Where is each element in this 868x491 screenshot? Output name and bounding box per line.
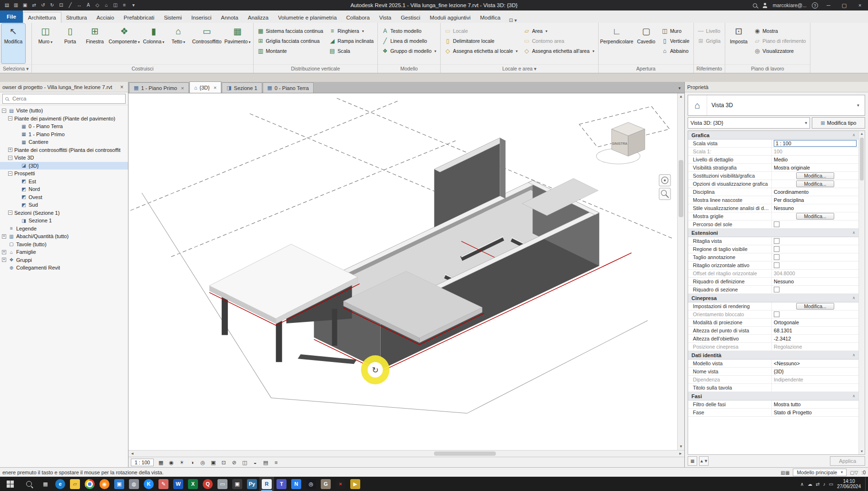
vertical-scrollbar[interactable]: ▲ ▼ — [677, 93, 684, 450]
ribbon-tab-inserisci[interactable]: Inserisci — [187, 12, 216, 23]
shadows-button[interactable]: ◑ — [187, 458, 197, 467]
tree-item-cantiere[interactable]: ▦Cantiere — [0, 138, 128, 146]
vertical-scroll-thumb[interactable] — [679, 160, 683, 217]
visual-style-button[interactable]: ◉ — [167, 458, 176, 467]
prop-section-fasi[interactable]: Fasi∧ — [688, 392, 858, 401]
checkbox-percorso-del-sole[interactable] — [774, 221, 779, 227]
prop-value[interactable]: Ortogonale — [772, 319, 858, 326]
close-button[interactable]: × — [855, 2, 865, 8]
ribbon-button-ringhiera[interactable]: ≡Ringhiera▾ — [326, 26, 376, 36]
checkbox-ritaglia-vista[interactable] — [774, 238, 779, 244]
button-opzioni-di-visualizzazione-grafica[interactable]: Modifica... — [796, 180, 835, 187]
ribbon-button-imposta[interactable]: ⊡Imposta — [727, 24, 750, 63]
taskbar-teams[interactable]: T — [274, 477, 289, 491]
ribbon-tab-extra-icon-0[interactable]: ⊡ — [509, 18, 513, 23]
ribbon-button-colonna[interactable]: ▮Colonna▾ — [142, 24, 166, 63]
qat-qat-customize-icon[interactable]: ▾ — [129, 1, 138, 9]
taskbar-word[interactable]: W — [171, 477, 186, 491]
collapse-toggle-icon[interactable]: − — [2, 109, 6, 113]
tree-item-viste-3d[interactable]: −Viste 3D — [0, 154, 128, 162]
qat-print-icon[interactable]: ⊡ — [57, 1, 65, 9]
taskbar-photos[interactable]: ▣ — [112, 477, 127, 491]
prop-value[interactable]: 100 — [772, 148, 858, 155]
prop-section-estensioni[interactable]: Estensioni∧ — [688, 229, 858, 237]
scroll-left-icon[interactable]: ◄ — [130, 451, 134, 456]
scroll-down-icon[interactable]: ▼ — [678, 443, 684, 450]
panel-label-costruisci[interactable]: Costruisci — [32, 64, 253, 73]
view-filter-combobox[interactable]: Vista 3D: {3D} ▾ — [688, 117, 810, 129]
ribbon-tab-vista[interactable]: Vista — [375, 12, 396, 23]
clock[interactable]: 14:10 27/06/2024 — [837, 479, 861, 490]
tray-volume-icon[interactable]: ♪ — [823, 481, 825, 487]
scroll-right-icon[interactable]: ► — [679, 451, 682, 456]
taskbar-display-app[interactable]: ▭ — [215, 477, 230, 491]
ribbon-tab-collabora[interactable]: Collabora — [342, 12, 375, 23]
taskbar-task-view[interactable]: ▦ — [38, 477, 53, 491]
taskbar-excel[interactable]: X — [186, 477, 200, 491]
ribbon-button-muro[interactable]: ◫Muro▾ — [33, 24, 57, 63]
account-label[interactable]: marcokiare@... — [773, 2, 807, 8]
collapse-section-icon[interactable]: ∧ — [852, 394, 855, 398]
show-desktop-button[interactable] — [865, 477, 868, 491]
prop-section-dati-identit[interactable]: Dati identità∧ — [688, 351, 858, 360]
prop-value[interactable]: Indipendente — [772, 376, 858, 383]
taskbar-x-app[interactable]: × — [333, 477, 348, 491]
ribbon-tab-struttura[interactable]: Struttura — [61, 12, 92, 23]
ribbon-tab-moduli-aggiuntivi[interactable]: Moduli aggiuntivi — [425, 12, 475, 23]
qat-open-icon[interactable]: ▥ — [12, 1, 20, 9]
input-scala-vista[interactable]: 1 : 100 — [774, 140, 857, 147]
tree-item-piante-dei-controsoffitti-pianta-dei-controsoffit[interactable]: +Piante dei controsoffitti (Pianta dei c… — [0, 146, 128, 154]
tree-item-legende[interactable]: ≡Legende — [0, 225, 128, 233]
collapse-section-icon[interactable]: ∧ — [852, 230, 855, 235]
properties-scrollbar[interactable]: ▲▼ — [858, 131, 865, 454]
taskbar-search-button[interactable] — [20, 477, 38, 491]
ribbon-button-tetto[interactable]: ⌂Tetto▾ — [167, 24, 190, 63]
checkbox-orientamento-bloccato[interactable] — [774, 311, 779, 317]
show-crop-region-button[interactable]: ⊡ — [219, 458, 228, 467]
panel-label-locale-e-area[interactable]: Locale e area ▾ — [441, 64, 598, 73]
tree-item-prospetti[interactable]: −Prospetti — [0, 170, 128, 178]
taskbar-notepad[interactable]: N — [289, 477, 304, 491]
unlocked-view-button[interactable]: ⊘ — [229, 458, 239, 467]
taskbar-k-app[interactable]: K — [141, 477, 156, 491]
ribbon-button-sistema-facciata-continua[interactable]: ▦Sistema facciata continua — [255, 26, 326, 36]
prop-value[interactable]: Coordinamento — [772, 188, 858, 196]
properties-sort-icon[interactable]: ▲▼ — [699, 456, 709, 466]
qat-undo-icon[interactable]: ↺ — [39, 1, 47, 9]
expand-toggle-icon[interactable]: + — [2, 258, 6, 262]
taskbar-chrome[interactable] — [82, 477, 97, 491]
prop-value[interactable]: Nessuno — [772, 278, 858, 285]
prop-value[interactable]: 68.1301 — [772, 327, 858, 334]
prop-value[interactable]: Medio — [772, 156, 858, 163]
ribbon-button-finestra[interactable]: ⊞Finestra — [83, 24, 107, 63]
design-options-icon[interactable]: ▦ — [785, 470, 789, 475]
checkbox-taglio-annotazione[interactable] — [774, 254, 779, 260]
detail-level-button[interactable]: ▦ — [156, 458, 166, 467]
ribbon-button-area[interactable]: ▱Area▾ — [521, 26, 597, 36]
tree-item-3d[interactable]: ◪{3D} — [0, 162, 128, 170]
button-impostazioni-di-rendering[interactable]: Modifica... — [796, 303, 835, 310]
ribbon-button-scala[interactable]: ▤Scala — [326, 46, 376, 56]
maximize-button[interactable]: ▢ — [839, 2, 849, 9]
checkbox-ritaglio-orizzontale-attivo[interactable] — [774, 262, 779, 268]
qat-default-3d-view-icon[interactable]: ⌂ — [102, 1, 110, 9]
button-mostra-griglie[interactable]: Modifica... — [796, 213, 835, 220]
prop-value[interactable]: Stato di Progetto — [772, 409, 858, 416]
tree-item-sezioni-sezione-1[interactable]: −Sezioni (Sezione 1) — [0, 209, 128, 217]
expand-toggle-icon[interactable]: + — [2, 250, 6, 254]
ribbon-button-piano-di-riferimento[interactable]: ▱Piano di riferimento — [751, 36, 808, 46]
taskbar-revit[interactable]: R — [259, 477, 274, 491]
ribbon-button-visualizzatore[interactable]: ◎Visualizzatore — [751, 46, 808, 56]
view-tab-3d[interactable]: ⌂{3D}× — [189, 81, 222, 93]
expand-toggle-icon[interactable]: + — [2, 234, 6, 239]
view-tab-sezione-1[interactable]: ◨Sezione 1 — [222, 82, 262, 93]
button-sostituzioni-visibilit-grafica[interactable]: Modifica... — [796, 172, 835, 179]
prop-value[interactable] — [772, 384, 858, 391]
collapse-section-icon[interactable]: ∧ — [852, 296, 855, 300]
taskbar-media-app[interactable]: ▶ — [348, 477, 363, 491]
ribbon-tab-analizza[interactable]: Analizza — [243, 12, 273, 23]
tree-item-gruppi[interactable]: +❖Gruppi — [0, 256, 128, 264]
close-browser-icon[interactable]: × — [118, 84, 126, 90]
panel-label-apertura[interactable]: Apertura — [599, 64, 693, 73]
properties-help-icon[interactable]: ▦ — [688, 456, 697, 466]
